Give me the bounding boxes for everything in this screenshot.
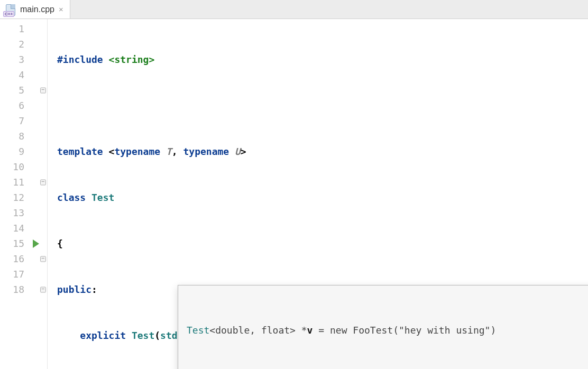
line-number: 10 xyxy=(0,159,24,174)
line-number: 12 xyxy=(0,190,24,205)
line-number: 5 xyxy=(0,82,24,98)
code-token: Test xyxy=(132,330,154,341)
code-token xyxy=(57,330,80,341)
line-number-gutter[interactable]: 1 2 3 4 5 6 7 8 9 10 11 12 13 14 15 16 1… xyxy=(0,19,30,369)
code-token: class xyxy=(57,192,91,203)
line-number: 7 xyxy=(0,113,24,128)
cpp-file-icon: C++ xyxy=(4,3,17,16)
code-area[interactable]: #include <string> template <typename T, … xyxy=(48,19,588,369)
marker-gutter[interactable] xyxy=(30,19,48,369)
tooltip-token: Test xyxy=(187,325,209,336)
line-number: 18 xyxy=(0,282,24,297)
run-gutter-icon[interactable] xyxy=(33,239,39,248)
code-token: Test xyxy=(91,192,114,203)
fold-toggle-icon[interactable] xyxy=(40,87,46,93)
line-number: 4 xyxy=(0,67,24,82)
code-token: <string> xyxy=(109,54,155,65)
line-number: 13 xyxy=(0,205,24,220)
editor-area: 1 2 3 4 5 6 7 8 9 10 11 12 13 14 15 16 1… xyxy=(0,19,588,369)
line-number: 2 xyxy=(0,36,24,52)
code-token: template xyxy=(57,146,109,157)
fold-toggle-icon[interactable] xyxy=(40,179,46,185)
code-token: { xyxy=(57,238,63,249)
editor-tab[interactable]: C++ main.cpp × xyxy=(0,0,70,19)
tooltip-token: <double, float> xyxy=(209,325,296,336)
code-token: , xyxy=(172,146,183,157)
fold-toggle-icon[interactable] xyxy=(40,256,46,262)
code-token: #include xyxy=(57,54,109,65)
line-number: 9 xyxy=(0,144,24,159)
fold-toggle-icon[interactable] xyxy=(40,287,46,292)
code-token: public xyxy=(57,284,91,295)
quick-doc-tooltip: Test<double, float> *v = new FooTest("he… xyxy=(178,285,588,369)
line-number: 15 xyxy=(0,236,24,251)
code-token: : xyxy=(91,284,97,295)
tooltip-token: "hey with using" xyxy=(399,325,490,336)
line-number: 1 xyxy=(0,21,24,36)
line-number: 11 xyxy=(0,174,24,190)
line-number: 3 xyxy=(0,52,24,67)
code-token: > xyxy=(241,146,246,157)
tab-filename: main.cpp xyxy=(20,5,54,14)
file-badge: C++ xyxy=(3,11,14,17)
tooltip-token: * xyxy=(296,325,307,336)
code-token: U xyxy=(235,146,241,157)
line-number: 6 xyxy=(0,98,24,113)
code-token: T xyxy=(166,146,172,157)
code-token: typename xyxy=(183,146,235,157)
line-number: 16 xyxy=(0,251,24,266)
line-number: 14 xyxy=(0,220,24,236)
tooltip-token: ) xyxy=(490,325,496,336)
line-number: 8 xyxy=(0,128,24,144)
code-token: std xyxy=(160,330,178,341)
line-number: 17 xyxy=(0,266,24,282)
tooltip-token: = new FooTest( xyxy=(313,325,399,336)
tab-bar: C++ main.cpp × xyxy=(0,0,588,19)
close-tab-icon[interactable]: × xyxy=(58,5,65,14)
code-token: explicit xyxy=(80,330,132,341)
code-token: < xyxy=(109,146,115,157)
code-token: typename xyxy=(114,146,166,157)
tooltip-token: v xyxy=(307,325,313,336)
code-token: ( xyxy=(154,330,160,341)
